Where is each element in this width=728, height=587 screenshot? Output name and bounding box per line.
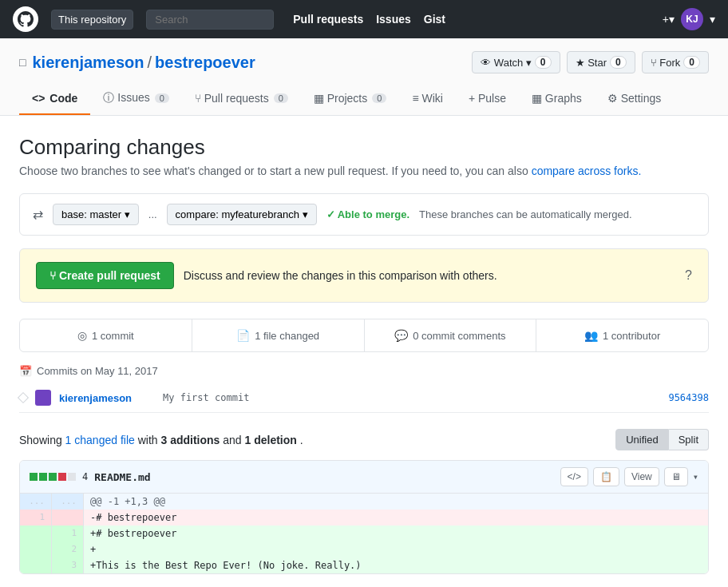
diff-copy-button[interactable]: 📋 — [593, 467, 619, 486]
compare-forks-link[interactable]: compare across forks. — [532, 165, 642, 177]
addition-square-1 — [30, 473, 38, 481]
addition-square-2 — [39, 473, 47, 481]
compare-dots: ... — [148, 208, 157, 220]
deletion-square — [58, 473, 66, 481]
tab-wiki[interactable]: ≡ Wiki — [399, 83, 456, 115]
view-file-button[interactable]: View — [624, 467, 659, 486]
diff-code-button[interactable]: </> — [560, 467, 588, 486]
watch-button[interactable]: 👁 Watch ▾ 0 — [472, 51, 560, 73]
compare-bar: ⇄ base: master ▾ ... compare: myfeatureb… — [19, 193, 709, 236]
diff-header-left: 4 README.md — [30, 471, 151, 483]
monitor-icon: 🖥 — [671, 471, 681, 482]
merge-status-desc: These branches can be automatically merg… — [419, 208, 632, 220]
top-nav-actions: +▾ KJ ▾ — [663, 8, 715, 30]
copy-icon: 📋 — [600, 471, 612, 482]
repo-title-row: □ kierenjameson / bestrepoever 👁 Watch ▾… — [19, 51, 709, 73]
commit-icon: ◎ — [77, 329, 87, 342]
repo-icon: □ — [19, 56, 26, 69]
plus-menu[interactable]: +▾ — [663, 13, 675, 26]
contributors-icon: 👥 — [584, 329, 598, 342]
top-nav-links: Pull requests Issues Gist — [293, 13, 445, 26]
create-pull-request-button[interactable]: ⑂ Create pull request — [36, 262, 174, 289]
unified-view-button[interactable]: Unified — [615, 429, 668, 450]
addition-square-3 — [49, 473, 57, 481]
breadcrumb: □ kierenjameson / bestrepoever — [19, 54, 255, 72]
repo-link[interactable]: bestrepoever — [155, 54, 255, 72]
diff-line-added-2: 2 + — [20, 541, 708, 557]
stat-comments[interactable]: 💬 0 commit comments — [365, 319, 537, 351]
stat-files-changed[interactable]: 📄 1 file changed — [192, 319, 365, 351]
diff-additions-indicator — [30, 473, 76, 481]
repo-actions: 👁 Watch ▾ 0 ★ Star 0 ⑂ Fork 0 — [472, 51, 709, 73]
star-button[interactable]: ★ Star 0 — [567, 51, 635, 73]
repo-label[interactable]: This repository — [51, 10, 133, 30]
comment-icon: 💬 — [394, 329, 408, 342]
tab-pull-requests[interactable]: ⑂ Pull requests 0 — [182, 83, 301, 115]
help-icon[interactable]: ? — [685, 268, 692, 283]
tab-issues[interactable]: ⓘ Issues 0 — [90, 83, 181, 115]
base-branch-selector[interactable]: base: master ▾ — [53, 204, 139, 225]
commit-avatar — [35, 390, 51, 406]
calendar-icon: 📅 — [19, 365, 32, 377]
diff-line-added-3: 3 +This is the Best Repo Ever! (No joke.… — [20, 557, 708, 573]
tab-pulse[interactable]: + Pulse — [456, 83, 519, 115]
page-title: Comparing changes — [19, 135, 709, 160]
stat-contributors[interactable]: 👥 1 contributor — [536, 319, 708, 351]
fork-button[interactable]: ⑂ Fork 0 — [642, 51, 709, 73]
search-input[interactable] — [146, 10, 274, 30]
create-pr-box: ⑂ Create pull request Discuss and review… — [19, 248, 709, 303]
github-logo[interactable] — [13, 6, 38, 32]
diff-collapse-chevron[interactable]: ▾ — [693, 471, 698, 482]
diff-line-added-1: 1 +# bestrepoever — [20, 526, 708, 541]
page-subtitle: Choose two branches to see what's change… — [19, 165, 709, 177]
view-toggle: Unified Split — [615, 429, 709, 450]
commit-author[interactable]: kierenjameson — [59, 392, 155, 404]
diff-header-actions: </> 📋 View 🖥 ▾ — [560, 467, 698, 486]
tab-settings[interactable]: ⚙ Settings — [595, 83, 674, 115]
neutral-square — [68, 473, 76, 481]
main-content: Comparing changes Choose two branches to… — [0, 116, 728, 587]
avatar-chevron[interactable]: ▾ — [710, 13, 715, 26]
diff-line-deleted: 1 -# bestrepoever — [20, 510, 708, 526]
changed-files-link[interactable]: 1 changed file — [65, 434, 135, 446]
pull-requests-link[interactable]: Pull requests — [293, 13, 363, 26]
file-icon: 📄 — [236, 329, 250, 342]
stats-bar: ◎ 1 commit 📄 1 file changed 💬 0 commit c… — [19, 319, 709, 352]
code-icon: </> — [568, 471, 581, 482]
compare-branch-selector[interactable]: compare: myfeaturebranch ▾ — [167, 204, 317, 225]
create-pr-left: ⑂ Create pull request Discuss and review… — [36, 262, 497, 289]
compare-icon: ⇄ — [33, 207, 43, 222]
commit-message: My first commit — [163, 392, 660, 403]
files-header-text: Showing 1 changed file with 3 additions … — [19, 434, 303, 446]
breadcrumb-sep: / — [148, 54, 152, 72]
diff-line-meta: ... ... @@ -1 +1,3 @@ — [20, 494, 708, 510]
table-row: kierenjameson My first commit 9564398 — [19, 383, 709, 413]
commit-diamond-icon — [18, 392, 29, 403]
diff-file-header: 4 README.md </> 📋 View 🖥 ▾ — [20, 461, 708, 494]
commit-sha[interactable]: 9564398 — [668, 392, 709, 403]
gist-link[interactable]: Gist — [424, 13, 445, 26]
owner-link[interactable]: kierenjameson — [32, 54, 144, 72]
avatar[interactable]: KJ — [681, 8, 703, 30]
commits-date: 📅 Commits on May 11, 2017 — [19, 365, 709, 377]
files-header: Showing 1 changed file with 3 additions … — [19, 429, 709, 450]
tab-projects[interactable]: ▦ Projects 0 — [301, 83, 400, 115]
top-nav: This repository Pull requests Issues Gis… — [0, 0, 728, 38]
stat-commits[interactable]: ◎ 1 commit — [20, 319, 192, 351]
eye-icon: 👁 — [481, 57, 491, 69]
create-pr-description: Discuss and review the changes in this c… — [184, 269, 497, 282]
display-toggle[interactable]: 🖥 — [664, 467, 688, 486]
merge-status-check: ✓ Able to merge. — [326, 208, 410, 220]
issues-link[interactable]: Issues — [376, 13, 411, 26]
repo-tabs: <> Code ⓘ Issues 0 ⑂ Pull requests 0 ▦ P… — [19, 83, 709, 115]
diff-container: 4 README.md </> 📋 View 🖥 ▾ . — [19, 460, 709, 574]
tab-graphs[interactable]: ▦ Graphs — [519, 83, 595, 115]
repo-header: □ kierenjameson / bestrepoever 👁 Watch ▾… — [0, 38, 728, 116]
tab-code[interactable]: <> Code — [19, 83, 90, 115]
commits-section: 📅 Commits on May 11, 2017 kierenjameson … — [19, 365, 709, 413]
diff-filename: README.md — [94, 471, 150, 483]
split-view-button[interactable]: Split — [669, 429, 709, 450]
